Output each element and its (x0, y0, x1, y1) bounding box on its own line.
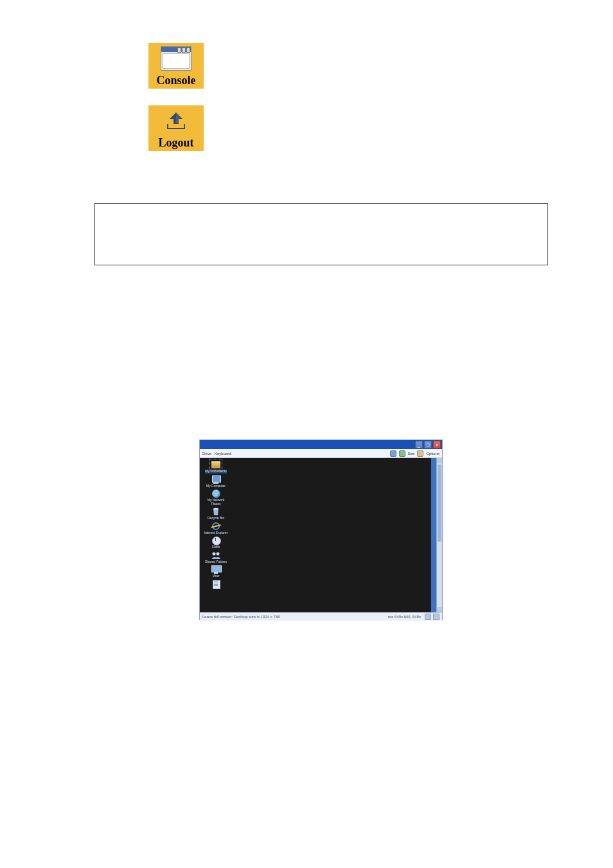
window-close-icon[interactable]: × (433, 441, 441, 448)
console-window-icon (161, 46, 191, 71)
tray-icon[interactable] (433, 614, 440, 620)
people-icon (211, 551, 221, 560)
toolbar-settings-icon[interactable] (417, 450, 423, 457)
desktop-icon-label: Shared Folders (205, 560, 227, 564)
desktop-icon-label: Clock (212, 545, 220, 549)
desktop-icons-column: My Documents My Computer My Network Plac… (202, 460, 230, 589)
monitor-icon (211, 565, 221, 574)
document-icon (211, 580, 221, 589)
console-button-label: Console (156, 75, 195, 86)
status-left-text: Leave full screen: Desktop size is 1024 … (202, 615, 280, 619)
status-bar: Leave full screen: Desktop size is 1024 … (200, 612, 442, 621)
clock-icon (211, 536, 221, 545)
remote-desktop-viewport: My Documents My Computer My Network Plac… (200, 458, 442, 612)
window-minimize-icon[interactable]: _ (415, 441, 423, 448)
desktop-icon-document[interactable] (202, 580, 230, 589)
desktop-icon-label: My Computer (206, 484, 226, 488)
tray-icon[interactable] (425, 614, 431, 620)
desktop-icon-label: Internet Explorer (204, 531, 228, 535)
computer-icon (211, 475, 221, 484)
folder-icon (211, 460, 221, 469)
network-icon (211, 489, 221, 498)
page: Console Logout _ □ × Drive . Keyboard (0, 0, 613, 868)
desktop-icon-view[interactable]: View (202, 565, 230, 578)
svg-point-2 (217, 552, 220, 555)
window-maximize-icon[interactable]: □ (424, 441, 432, 448)
scrollbar-thumb[interactable] (438, 465, 441, 542)
console-toolbar: Drive . Keyboard See Options (200, 449, 442, 458)
desktop-icon-label: Recycle Bin (208, 517, 224, 520)
desktop-icon-shared-folders[interactable]: Shared Folders (202, 551, 230, 564)
logout-icon (163, 110, 189, 134)
desktop-icon-clock[interactable]: Clock (202, 536, 230, 549)
desktop-icon-my-computer[interactable]: My Computer (202, 475, 230, 488)
status-tray-icons (425, 614, 440, 620)
toolbar-sync-label: See (408, 452, 415, 456)
ie-icon (211, 522, 221, 531)
toolbar-sync-icon[interactable] (399, 450, 405, 457)
trash-icon (211, 507, 221, 516)
toolbar-tool-icon[interactable] (390, 450, 396, 457)
toolbar-menu[interactable]: Drive . Keyboard (202, 452, 231, 456)
svg-point-0 (213, 508, 218, 510)
desktop-icon-recycle-bin[interactable]: Recycle Bin (202, 507, 230, 520)
logout-button[interactable]: Logout (148, 105, 204, 151)
desktop-icon-network-places[interactable]: My Network Places (202, 489, 230, 506)
desktop-icon-internet-explorer[interactable]: Internet Explorer (202, 522, 230, 535)
desktop-icon-label: View (213, 574, 220, 578)
desktop-icon-my-documents[interactable]: My Documents (202, 460, 230, 474)
toolbar-options-label[interactable]: Options (426, 452, 440, 456)
svg-point-1 (213, 552, 216, 555)
remote-desktop[interactable]: My Documents My Computer My Network Plac… (200, 458, 431, 612)
vertical-scrollbar[interactable] (436, 458, 442, 612)
remote-console-screenshot: _ □ × Drive . Keyboard See Options My (199, 439, 443, 620)
desktop-icon-label: My Documents (205, 470, 226, 474)
window-titlebar: _ □ × (200, 440, 442, 449)
console-button[interactable]: Console (148, 43, 204, 89)
empty-outlined-box (94, 203, 548, 265)
status-right-text: res 640x 640, 640x (388, 615, 421, 619)
desktop-icon-label: My Network Places (204, 499, 228, 506)
logout-button-label: Logout (158, 137, 193, 148)
